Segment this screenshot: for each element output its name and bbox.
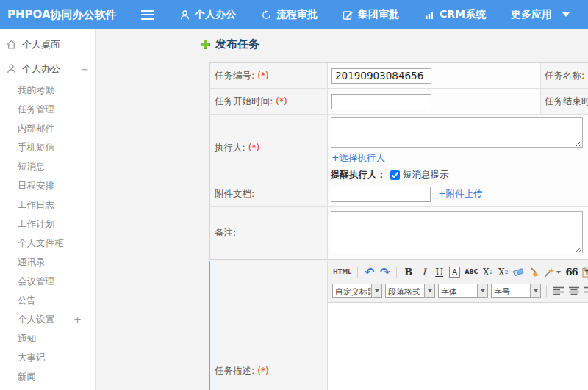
form-row-start-time: 任务开始时间: (*) 任务结束时间: (*) [210,89,588,115]
align-center-button[interactable] [567,284,581,298]
task-number-input[interactable] [331,68,431,84]
redo-icon: ↷ [380,265,390,279]
nav-crm-system[interactable]: CRM系统 [424,8,486,21]
user-icon [6,63,17,74]
executor-textarea[interactable] [331,117,583,148]
sidebar-item-personal-settings[interactable]: 个人设置 + [0,310,95,329]
sidebar-item-memorabilia[interactable]: 大事记 [0,348,95,367]
redo-button[interactable]: ↷ [378,265,392,280]
chevron-down-icon [556,271,561,274]
collapse-icon[interactable]: − [81,63,89,74]
sms-remind-checkbox[interactable] [390,170,400,180]
magic-wand-button[interactable] [542,265,562,280]
paste-as-text-button[interactable]: T [580,265,588,280]
underline-button[interactable]: U [432,265,446,280]
nav-label: CRM系统 [440,8,486,21]
sidebar-item-news[interactable]: 新闻 [0,367,95,386]
boxed-a-icon: A [449,267,460,278]
italic-button[interactable]: I [417,265,431,280]
nav-group-approval[interactable]: 集团审批 [343,8,399,21]
font-family-select[interactable]: 字体 [438,284,488,298]
sidebar-item-personal-file-cabinet[interactable]: 个人文件柜 [0,234,95,253]
start-time-label: 任务开始时间: (*) [210,89,328,114]
sidebar-item-mobile-sms[interactable]: 手机短信 [0,138,95,157]
expand-icon[interactable]: + [74,314,82,325]
sidebar-item-work-log[interactable]: 工作日志 [0,195,95,214]
subscript-button[interactable]: X2 [496,265,510,280]
magic-wand-icon [544,267,554,278]
select-executor-link[interactable]: +选择执行人 [331,152,385,165]
start-time-input[interactable] [331,94,431,109]
menu-toggle-icon[interactable] [141,10,154,20]
sidebar-item-my-attendance[interactable]: 我的考勤 [0,81,95,100]
end-time-label: 任务结束时间: (*) [541,89,588,114]
page-title: 发布任务 [200,37,259,51]
rich-text-editor: HTML ↶ ↷ B I U A ABC X2 X2 [328,261,588,390]
executor-cell: +选择执行人 提醒执行人： 短消息提示 [328,115,588,181]
blockquote-button[interactable]: 66 [564,265,578,280]
undo-button[interactable]: ↶ [362,265,376,280]
superscript-button[interactable]: X2 [481,265,495,280]
crm-chart-icon [424,10,435,21]
superscript-exp: 2 [490,269,493,275]
text-style-button[interactable]: A [448,265,462,280]
required-mark: (*) [276,96,287,106]
sidebar-item-personal-desktop[interactable]: 个人桌面 [0,32,95,57]
required-mark: (*) [257,366,268,376]
sidebar-item-personal-office[interactable]: 个人办公 − [0,57,95,81]
add-icon [200,39,211,50]
task-description-row: 任务描述: (*) HTML ↶ ↷ B I U A ABC X2 X2 [209,261,588,390]
sidebar-item-internal-mail[interactable]: 内部邮件 [0,119,95,138]
chevron-down-icon [375,289,379,292]
app-logo: PHPOA协同办公软件 [0,8,132,22]
sms-remind-label: 短消息提示 [403,169,449,181]
align-left-icon [553,286,564,295]
sidebar-item-task-management[interactable]: 任务管理 [0,100,95,119]
toolbar-separator [357,267,358,278]
paragraph-format-select[interactable]: 段落格式 [385,284,435,298]
sidebar-item-label: 个人办公 [22,62,60,76]
editor-content-area[interactable] [328,303,588,390]
required-mark: (*) [248,142,259,153]
nav-more-apps[interactable]: 更多应用 [511,8,570,21]
sidebar-item-schedule[interactable]: 日程安排 [0,176,95,195]
sidebar-item-contacts[interactable]: 通讯录 [0,253,95,272]
sidebar-item-announcement[interactable]: 公告 [0,291,95,310]
remind-executor-row: 提醒执行人： 短消息提示 [331,169,588,181]
sidebar: 个人桌面 个人办公 − 我的考勤 任务管理 内部邮件 手机短信 短消息 日程安排… [0,29,96,390]
eraser-icon [513,267,524,277]
align-left-button[interactable] [551,284,565,298]
attachment-input[interactable] [331,187,431,202]
remind-executor-label: 提醒执行人： [331,169,386,181]
nav-label: 更多应用 [511,8,552,21]
sidebar-item-work-plan[interactable]: 工作计划 [0,214,95,234]
task-name-label: 任务名称: (*) [541,63,588,88]
form-row-remark: 备注: [210,207,588,259]
sidebar-item-meeting-management[interactable]: 会议管理 [0,272,95,291]
top-navbar: PHPOA协同办公软件 个人办公 流程审批 集团审批 CRM系统 [0,0,588,29]
format-brush-button[interactable] [527,265,541,280]
heading-select[interactable]: 自定义标题 [332,284,382,298]
remove-format-button[interactable] [512,265,526,280]
nav-label: 集团审批 [358,8,399,21]
form-row-attachment: 附件文档: +附件上传 [210,181,588,207]
html-source-button[interactable]: HTML [331,265,353,280]
remark-textarea[interactable] [331,211,583,253]
attachment-upload-link[interactable]: +附件上传 [438,188,482,201]
font-size-select[interactable]: 字号 [491,284,541,298]
home-icon [6,39,17,50]
attachment-label: 附件文档: [210,181,328,206]
nav-label: 个人办公 [195,8,236,21]
chevron-down-icon [562,12,570,17]
bold-button[interactable]: B [401,265,415,280]
nav-process-approval[interactable]: 流程审批 [261,8,318,21]
nav-personal-office[interactable]: 个人办公 [179,8,236,21]
sidebar-item-notification[interactable]: 通知 [0,329,95,348]
task-form: 任务编号: (*) 任务名称: (*) 任务开始时间: (*) 任务结束时间: … [209,62,588,260]
user-icon [179,10,190,21]
align-right-button[interactable] [582,284,588,298]
process-approval-icon [261,10,272,21]
strikethrough-button[interactable]: ABC [463,265,479,280]
sidebar-item-short-message[interactable]: 短消息 [0,157,95,176]
subscript-base: X [498,267,505,278]
